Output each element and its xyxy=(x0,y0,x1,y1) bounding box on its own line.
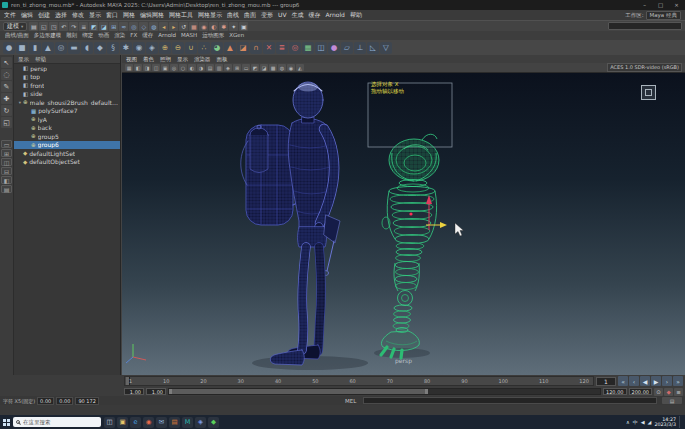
snap-to-plane-icon[interactable]: ◇ xyxy=(139,22,148,31)
shelf-combine-icon[interactable]: ∪ xyxy=(185,42,197,54)
taskbar-search[interactable] xyxy=(13,417,101,427)
outliner-item[interactable]: ⊕ group6 xyxy=(14,141,120,150)
play-backwards-button[interactable]: ◀ xyxy=(640,376,650,386)
range-slider-range[interactable] xyxy=(169,389,428,394)
menu-item[interactable]: 网格 xyxy=(123,11,135,20)
shelf-tab[interactable]: 多边形建模 xyxy=(34,32,62,39)
viewport-toolbar-icon[interactable]: ○ xyxy=(179,64,187,71)
animation-preferences-icon[interactable]: ≡ xyxy=(674,388,683,396)
scale-tool[interactable]: ◱ xyxy=(1,117,12,128)
viewport-toolbar-icon[interactable]: ▤ xyxy=(206,64,214,71)
viewport-toolbar-icon[interactable]: ◪ xyxy=(260,64,268,71)
shelf-tab[interactable]: MASH xyxy=(181,32,197,39)
outliner-item[interactable]: ⊕ group5 xyxy=(14,132,120,141)
paint-effects-icon[interactable]: ✦ xyxy=(229,22,238,31)
panel-menu-item[interactable]: 着色 xyxy=(143,56,154,63)
shelf-insert-edge-loop-icon[interactable]: ≣ xyxy=(276,42,288,54)
outliner-menu-item[interactable]: 帮助 xyxy=(35,56,46,63)
ipr-render-icon[interactable]: ◐ xyxy=(209,22,218,31)
save-scene-icon[interactable]: ◳ xyxy=(49,22,58,31)
layout-two-stacked[interactable]: ⊟ xyxy=(1,167,12,175)
menu-item[interactable]: 网格工具 xyxy=(169,11,193,20)
shelf-tab[interactable]: 渲染 xyxy=(114,32,125,39)
shelf-tab[interactable]: 动画 xyxy=(98,32,109,39)
animation-end-field[interactable]: 200.00 xyxy=(629,388,653,395)
paint-select-tool[interactable]: ✎ xyxy=(1,81,12,92)
hotbox-icon[interactable]: ▣ xyxy=(239,22,248,31)
outliner-item[interactable]: ⊕ back xyxy=(14,124,120,133)
mech-leg-wireframe[interactable] xyxy=(381,134,439,358)
select-by-component-icon[interactable]: ◪ xyxy=(99,22,108,31)
shelf-plane-icon[interactable]: ▬ xyxy=(68,42,80,54)
shelf-cylinder-icon[interactable]: ▮ xyxy=(29,42,41,54)
viewport-toolbar-icon[interactable]: ◧ xyxy=(134,64,142,71)
menu-item[interactable]: 窗口 xyxy=(106,11,118,20)
show-desktop-button[interactable] xyxy=(679,416,682,428)
viewport-toolbar-icon[interactable]: ◨ xyxy=(143,64,151,71)
search-input[interactable] xyxy=(23,419,93,425)
playback-start-field[interactable]: 1.00 xyxy=(146,388,166,395)
menu-item[interactable]: Arnold xyxy=(326,11,345,20)
viewport-toolbar-icon[interactable]: ◭ xyxy=(296,64,304,71)
menu-item[interactable]: 编辑网格 xyxy=(140,11,164,20)
value-field-1[interactable]: 0.00 xyxy=(37,397,54,405)
viewport-toolbar-icon[interactable]: ▣ xyxy=(161,64,169,71)
outliner-item[interactable]: ⊕ lyA xyxy=(14,115,120,124)
outliner-menu-item[interactable]: 显示 xyxy=(18,56,29,63)
layout-outliner-persp[interactable]: ◧ xyxy=(1,176,12,184)
step-forward-frame-button[interactable]: › xyxy=(662,376,672,386)
viewport-canvas[interactable]: 选择对象 X 拖动轴以移动 persp xyxy=(122,73,685,375)
construction-history-icon[interactable]: ↺ xyxy=(179,22,188,31)
shelf-helix-icon[interactable]: § xyxy=(107,42,119,54)
close-button[interactable]: × xyxy=(670,0,683,10)
render-current-frame-icon[interactable]: ◉ xyxy=(199,22,208,31)
layout-single-pane[interactable]: ▭ xyxy=(1,140,12,148)
taskbar-clock[interactable]: 14:27 2023/3/3 xyxy=(654,417,676,428)
viewport-toolbar-icon[interactable]: ◉ xyxy=(287,64,295,71)
shelf-bridge-icon[interactable]: ∩ xyxy=(250,42,262,54)
shelf-normals-icon[interactable]: ⊥ xyxy=(354,42,366,54)
open-scene-icon[interactable]: ◱ xyxy=(39,22,48,31)
new-scene-icon[interactable]: ▤ xyxy=(29,22,38,31)
minimize-button[interactable]: – xyxy=(638,0,651,10)
shelf-tab[interactable]: 缓存 xyxy=(142,32,153,39)
lasso-tool[interactable]: ◌ xyxy=(1,69,12,80)
wechat-icon[interactable]: ◆ xyxy=(208,417,219,428)
viewport-toolbar-icon[interactable]: ◫ xyxy=(152,64,160,71)
shelf-torus-icon[interactable]: ◎ xyxy=(55,42,67,54)
animation-start-field[interactable]: 1.00 xyxy=(124,388,144,395)
shelf-boolean-diff-icon[interactable]: ⊖ xyxy=(172,42,184,54)
outliner-item[interactable]: ◆ defaultLightSet xyxy=(14,149,120,158)
character-set-menu-icon[interactable]: ⊙ xyxy=(654,388,663,396)
snap-to-curve-icon[interactable]: ≈ xyxy=(119,22,128,31)
viewport-toolbar-icon[interactable]: ◎ xyxy=(170,64,178,71)
layout-hypershade-persp[interactable]: ▤ xyxy=(1,185,12,193)
shelf-platonic-icon[interactable]: ◆ xyxy=(94,42,106,54)
menu-item[interactable]: 编辑 xyxy=(21,11,33,20)
outliner-item[interactable]: ◆ defaultObjectSet xyxy=(14,158,120,167)
current-frame-field[interactable]: 1 xyxy=(596,377,616,386)
shelf-mirror-icon[interactable]: ◫ xyxy=(315,42,327,54)
shelf-gear-icon[interactable]: ✱ xyxy=(120,42,132,54)
shelf-tab[interactable]: 运动图形 xyxy=(202,32,224,39)
snap-to-grid-icon[interactable]: ⊞ xyxy=(109,22,118,31)
network-icon[interactable]: ◢ xyxy=(648,419,652,425)
quick-selection-input[interactable] xyxy=(608,22,682,30)
shelf-separate-icon[interactable]: ∴ xyxy=(198,42,210,54)
script-editor-button[interactable]: ▤ xyxy=(662,397,682,404)
workspace-selector[interactable]: Maya 经典 xyxy=(646,11,682,20)
file-explorer-icon[interactable]: ▣ xyxy=(117,417,128,428)
viewport-toolbar-icon[interactable]: ◐ xyxy=(188,64,196,71)
shelf-cube-icon[interactable]: ■ xyxy=(16,42,28,54)
outliner-item[interactable]: ◧ side xyxy=(14,90,120,99)
viewcube[interactable] xyxy=(641,85,656,100)
outliner-item[interactable]: ◧ front xyxy=(14,81,120,90)
menu-item[interactable]: UV xyxy=(278,11,287,20)
undo-icon[interactable]: ↶ xyxy=(59,22,68,31)
menu-item[interactable]: 文件 xyxy=(4,11,16,20)
shelf-tab[interactable]: XGen xyxy=(229,32,244,39)
value-field-2[interactable]: 0.00 xyxy=(56,397,73,405)
shelf-crease-icon[interactable]: ◺ xyxy=(367,42,379,54)
select-tool[interactable]: ↖ xyxy=(1,57,12,68)
menu-item[interactable]: 网格显示 xyxy=(198,11,222,20)
